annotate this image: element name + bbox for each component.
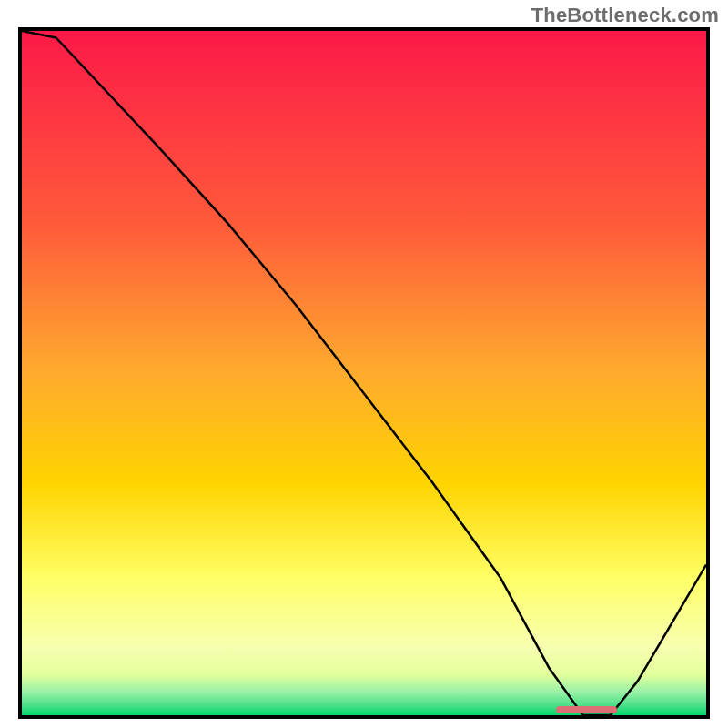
chart-container: TheBottleneck.com (0, 0, 728, 728)
plot-area (22, 31, 706, 715)
plot-frame (18, 27, 710, 719)
svg-rect-0 (22, 31, 706, 715)
watermark-text: TheBottleneck.com (531, 4, 719, 27)
optimal-range-marker (556, 706, 618, 713)
gradient-background (22, 31, 706, 715)
